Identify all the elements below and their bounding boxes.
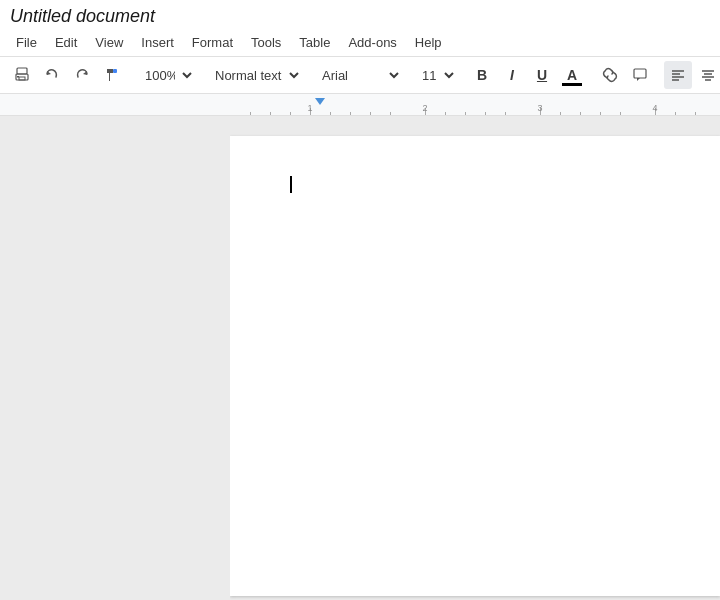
italic-button[interactable]: I [498,61,526,89]
menu-file[interactable]: File [8,31,45,54]
undo-button[interactable] [38,61,66,89]
print-button[interactable] [8,61,36,89]
ruler-minor-tick [350,112,351,116]
ruler-label-3: 3 [537,103,542,113]
menu-format[interactable]: Format [184,31,241,54]
menu-view[interactable]: View [87,31,131,54]
document-area[interactable] [230,116,720,600]
menu-table[interactable]: Table [291,31,338,54]
svg-marker-8 [637,78,640,81]
link-button[interactable] [596,61,624,89]
ruler-minor-tick [330,112,331,116]
font-size-select[interactable]: 11 8 9 10 12 14 18 24 36 [413,61,458,89]
svg-rect-2 [19,77,25,80]
svg-rect-0 [17,68,27,74]
text-color-button[interactable]: A [558,61,586,89]
ruler-minor-tick [445,112,446,116]
redo-button[interactable] [68,61,96,89]
main-area [0,116,720,600]
ruler-minor-tick [270,112,271,116]
svg-rect-7 [634,69,646,78]
menu-addons[interactable]: Add-ons [340,31,404,54]
svg-rect-6 [113,69,117,73]
menu-edit[interactable]: Edit [47,31,85,54]
title-bar: Untitled document [0,0,720,29]
menu-insert[interactable]: Insert [133,31,182,54]
ruler-minor-tick [580,112,581,116]
align-left-button[interactable] [664,61,692,89]
ruler-label-1: 1 [307,103,312,113]
svg-marker-4 [47,71,51,75]
underline-button[interactable]: U [528,61,556,89]
sidebar [0,116,230,600]
document-page[interactable] [230,136,720,596]
text-cursor [290,176,292,193]
bold-button[interactable]: B [468,61,496,89]
toolbar: 100% 75% 50% 125% 150% Normal text Title… [0,57,720,94]
ruler: 1 2 3 4 [0,94,720,116]
ruler-minor-tick [370,112,371,116]
menu-help[interactable]: Help [407,31,450,54]
paint-format-button[interactable] [98,61,126,89]
ruler-minor-tick [560,112,561,116]
style-select[interactable]: Normal text Title Subtitle Heading 1 Hea… [206,61,303,89]
tab-marker[interactable] [315,98,325,105]
ruler-minor-tick [250,112,251,116]
ruler-minor-tick [695,112,696,116]
ruler-minor-tick [600,112,601,116]
font-select[interactable]: Arial Times New Roman Courier New Georgi… [313,61,403,89]
zoom-select[interactable]: 100% 75% 50% 125% 150% [136,61,196,89]
ruler-label-4: 4 [652,103,657,113]
ruler-minor-tick [620,112,621,116]
align-center-button[interactable] [694,61,720,89]
menu-bar: File Edit View Insert Format Tools Table… [0,29,720,57]
ruler-minor-tick [675,112,676,116]
ruler-minor-tick [465,112,466,116]
ruler-minor-tick [485,112,486,116]
ruler-minor-tick [505,112,506,116]
menu-tools[interactable]: Tools [243,31,289,54]
svg-rect-3 [17,76,19,78]
svg-marker-5 [83,71,87,75]
ruler-minor-tick [290,112,291,116]
document-title[interactable]: Untitled document [10,6,155,27]
comment-button[interactable] [626,61,654,89]
ruler-label-2: 2 [422,103,427,113]
ruler-minor-tick [390,112,391,116]
ruler-inner: 1 2 3 4 [230,94,720,116]
